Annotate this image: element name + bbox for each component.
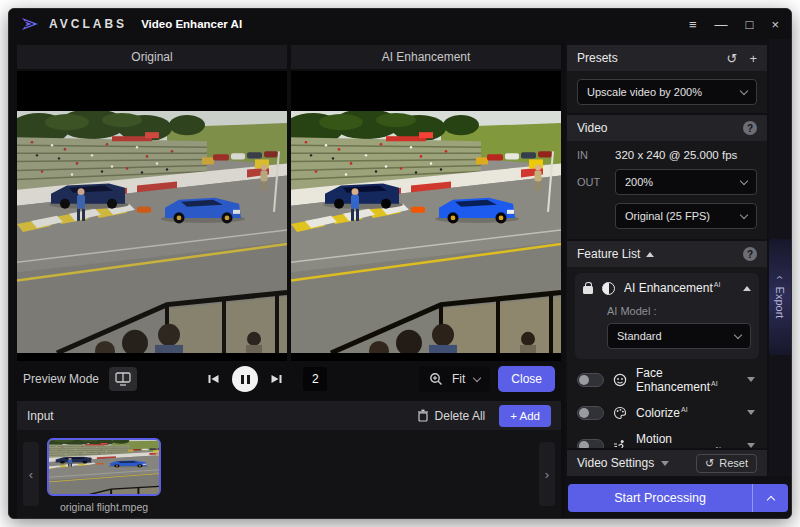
ai-badge: AI [711, 380, 718, 387]
ai-model-select[interactable]: Standard [607, 323, 751, 349]
preset-select[interactable]: Upscale video by 200% [577, 79, 757, 105]
maximize-icon[interactable]: □ [746, 18, 754, 31]
delete-all-button[interactable]: Delete All [417, 409, 486, 423]
ai-enhancement-row[interactable]: AI EnhancementAI [583, 281, 751, 295]
app-window: AVCLABS Video Enhancer AI ≡ — □ × Origin… [8, 8, 792, 519]
feature-list-body: AI EnhancementAI AI Model : Standard [567, 267, 767, 448]
feature-face-enhancement: Face EnhancementAI [575, 359, 759, 392]
feature-label: AI Enhancement [624, 281, 713, 295]
close-window-icon[interactable]: × [771, 18, 779, 31]
chevron-up-icon [766, 495, 774, 503]
frame-number-input[interactable]: 2 [303, 367, 327, 391]
motion-icon [613, 439, 627, 449]
face-icon [613, 373, 627, 387]
app-title: Video Enhancer AI [141, 18, 242, 30]
expand-down-icon[interactable] [747, 377, 755, 382]
chevron-down-icon [473, 373, 481, 381]
feature-label: Colorize [636, 406, 680, 420]
video-header: Video ? [567, 115, 767, 141]
input-file-item[interactable]: original flight.mpeg [45, 438, 163, 513]
add-file-button[interactable]: + Add [499, 405, 551, 427]
start-processing-button[interactable]: Start Processing [568, 484, 788, 512]
input-title: Input [27, 409, 54, 423]
ai-badge: AI [681, 406, 688, 413]
video-out-label: OUT [577, 176, 615, 188]
settings-sidebar: Presets ↺ + Upscale video by 200% Video … [565, 39, 791, 518]
expand-down-icon[interactable] [747, 410, 755, 415]
file-thumbnail[interactable] [47, 438, 161, 496]
title-bar: AVCLABS Video Enhancer AI ≡ — □ × [9, 9, 791, 39]
ai-badge: AI [714, 446, 721, 449]
presets-header: Presets ↺ + [567, 45, 767, 71]
video-title: Video [577, 121, 607, 135]
contrast-icon [602, 282, 615, 295]
presets-body: Upscale video by 200% [567, 71, 767, 113]
delete-all-label: Delete All [435, 409, 486, 423]
app-logo-icon [21, 16, 41, 32]
zoom-fit-dropdown[interactable]: Fit [419, 366, 490, 392]
export-chevron-icon: ‹ [773, 276, 787, 280]
collapse-up-icon [646, 252, 654, 257]
export-strip: ‹ Export [769, 39, 791, 476]
video-body: IN 320 x 240 @ 25.000 fps OUT 200% Origi… [567, 141, 767, 239]
chevron-down-icon [740, 176, 748, 184]
enhanced-video-preview [291, 71, 561, 361]
colorize-toggle[interactable] [577, 406, 604, 420]
output-fps-select[interactable]: Original (25 FPS) [615, 203, 757, 229]
ai-model-label: AI Model : [607, 305, 751, 317]
preset-refresh-icon[interactable]: ↺ [727, 51, 738, 66]
preset-selected-value: Upscale video by 200% [587, 86, 702, 98]
help-icon[interactable]: ? [743, 121, 757, 135]
file-name: original flight.mpeg [60, 501, 148, 513]
menu-icon[interactable]: ≡ [689, 18, 697, 31]
original-pane-title: Original [17, 45, 287, 69]
output-fps-value: Original (25 FPS) [625, 210, 710, 222]
motion-compensation-toggle[interactable] [577, 439, 604, 449]
video-in-value: 320 x 240 @ 25.000 fps [615, 149, 737, 161]
next-frame-button[interactable] [270, 373, 283, 385]
feature-name: AI EnhancementAI [624, 281, 720, 295]
reset-icon: ↺ [705, 457, 714, 470]
start-options-chevron[interactable] [752, 484, 788, 512]
expand-down-icon[interactable] [747, 443, 755, 448]
feature-list-title: Feature List [577, 247, 640, 261]
collapse-up-icon[interactable] [743, 286, 751, 291]
close-preview-button[interactable]: Close [498, 366, 555, 392]
brand-name: AVCLABS [49, 17, 127, 31]
input-header: Input Delete All + Add [17, 401, 561, 430]
palette-icon [613, 406, 627, 420]
minimize-icon[interactable]: — [715, 18, 728, 31]
reset-label: Reset [719, 457, 748, 469]
output-scale-value: 200% [625, 176, 653, 188]
previous-frame-button[interactable] [207, 373, 220, 385]
expand-down-icon [661, 461, 669, 466]
pause-button[interactable] [232, 366, 258, 392]
chevron-down-icon [740, 86, 748, 94]
preset-add-icon[interactable]: + [749, 51, 757, 66]
chevron-down-icon [740, 210, 748, 218]
output-scale-select[interactable]: 200% [615, 169, 757, 195]
scroll-left-button[interactable]: ‹ [23, 442, 39, 506]
feature-motion-compensation: Motion CompensationAI [575, 425, 759, 448]
chevron-down-icon [734, 330, 742, 338]
enhanced-pane-title: AI Enhancement [291, 45, 561, 69]
reset-button[interactable]: ↺ Reset [696, 454, 757, 473]
video-settings-row[interactable]: Video Settings ↺ Reset [567, 450, 767, 476]
ai-badge: AI [714, 281, 721, 288]
feature-list-header[interactable]: Feature List ? [567, 241, 767, 267]
compare-view-button[interactable] [109, 367, 137, 391]
feature-label: Motion Compensation [636, 432, 713, 449]
split-screen-icon [115, 372, 131, 386]
export-tab[interactable]: ‹ Export [769, 239, 791, 355]
scroll-right-button[interactable]: › [539, 442, 555, 506]
zoom-fit-value: Fit [452, 372, 465, 386]
zoom-icon [429, 372, 443, 386]
help-icon[interactable]: ? [743, 247, 757, 261]
original-video-preview [17, 71, 287, 361]
ai-model-value: Standard [617, 330, 662, 342]
face-enhancement-toggle[interactable] [577, 373, 604, 387]
video-settings-label: Video Settings [577, 456, 654, 470]
feature-ai-enhancement: AI EnhancementAI AI Model : Standard [575, 273, 759, 359]
lock-icon [583, 286, 593, 294]
input-file-strip: ‹ original flight.mpeg › [17, 430, 561, 518]
